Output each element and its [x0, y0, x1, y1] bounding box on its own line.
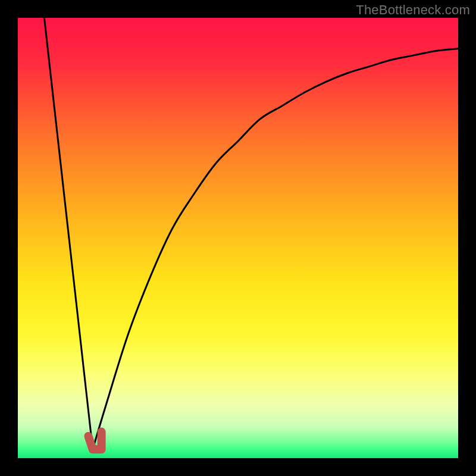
- plot-area: [18, 18, 458, 458]
- left-v-branch: [44, 18, 92, 449]
- curves-layer: [18, 18, 458, 458]
- chart-frame: TheBottleneck.com: [0, 0, 476, 476]
- watermark-text: TheBottleneck.com: [356, 2, 470, 18]
- right-curve: [93, 49, 458, 449]
